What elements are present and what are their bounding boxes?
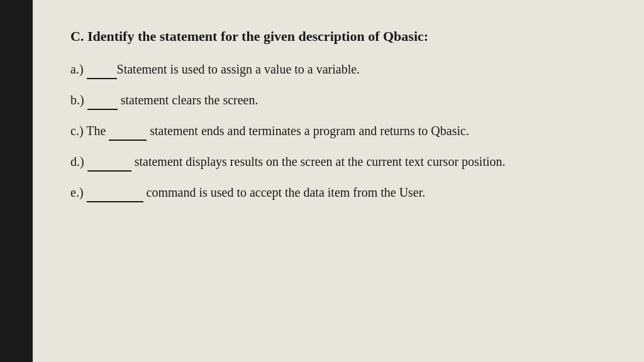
blank-b <box>87 96 118 110</box>
text-d: statement displays results on the screen… <box>131 155 506 168</box>
label-a: a.) <box>70 62 87 76</box>
text-c: statement ends and terminates a program … <box>147 124 469 138</box>
question-a: a.) Statement is used to assign a value … <box>70 60 606 79</box>
label-c: c.) The <box>70 124 109 138</box>
question-c: c.) The statement ends and terminates a … <box>70 121 606 141</box>
sidebar-bar <box>0 0 33 362</box>
main-content: C. Identify the statement for the given … <box>33 0 644 362</box>
label-e: e.) <box>70 185 87 199</box>
label-b: b.) <box>70 93 87 107</box>
question-e: e.) command is used to accept the data i… <box>70 183 606 202</box>
blank-d <box>87 158 131 172</box>
section-heading: C. Identify the statement for the given … <box>70 28 606 46</box>
question-b: b.) statement clears the screen. <box>70 90 606 110</box>
text-a: Statement is used to assign a value to a… <box>117 62 360 76</box>
label-d: d.) <box>70 155 87 168</box>
blank-a <box>87 65 117 79</box>
text-e: command is used to accept the data item … <box>143 185 426 199</box>
blank-e <box>87 189 143 202</box>
blank-c <box>109 127 147 141</box>
text-b: statement clears the screen. <box>118 93 258 107</box>
question-d: d.) statement displays results on the sc… <box>70 152 606 172</box>
